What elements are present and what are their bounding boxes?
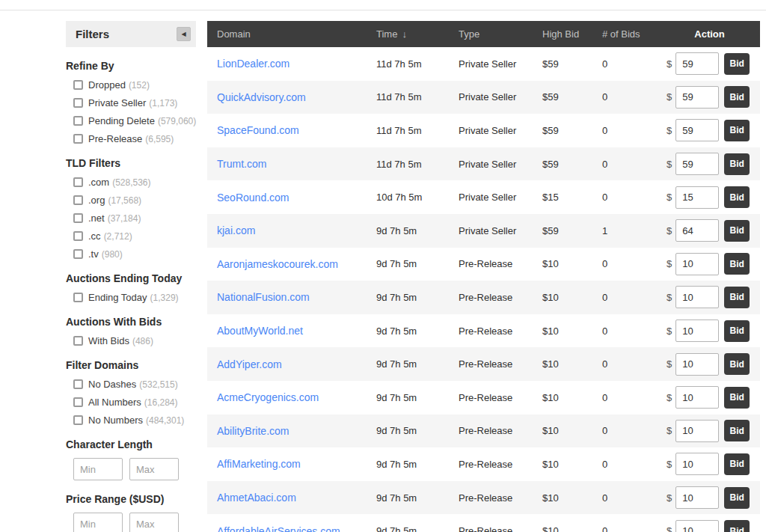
type-cell: Pre-Release: [459, 258, 542, 269]
bid-amount-input[interactable]: [675, 520, 719, 532]
filter-label: .net: [88, 213, 105, 224]
filter-checkbox-row[interactable]: With Bids(486): [73, 335, 196, 346]
filter-checkbox-row[interactable]: All Numbers(16,284): [73, 397, 196, 408]
bid-button[interactable]: Bid: [724, 420, 750, 441]
type-cell: Private Seller: [459, 91, 542, 103]
range-max-input[interactable]: [129, 458, 179, 480]
filter-checkbox-row[interactable]: .com(528,536): [73, 177, 196, 188]
domain-link[interactable]: LionDealer.com: [217, 58, 289, 70]
type-cell: Private Seller: [459, 192, 542, 203]
bid-button[interactable]: Bid: [724, 186, 750, 208]
high-bid-cell: $10: [542, 459, 602, 470]
filter-section-title: Filter Domains: [66, 359, 196, 371]
checkbox[interactable]: [73, 98, 83, 108]
filter-checkbox-row[interactable]: .tv(980): [73, 248, 196, 260]
bid-amount-input[interactable]: [675, 52, 719, 75]
sort-descending-icon: ↓: [402, 28, 407, 40]
bid-button[interactable]: Bid: [724, 287, 750, 308]
range-min-input[interactable]: [73, 513, 123, 532]
domain-link[interactable]: Aaronjameskocourek.com: [217, 258, 338, 270]
bid-button[interactable]: Bid: [724, 487, 750, 509]
column-header-high-bid[interactable]: High Bid: [542, 28, 602, 40]
domain-link[interactable]: Trumt.com: [217, 158, 266, 170]
filters-header: Filters ◀: [66, 21, 196, 47]
bid-button[interactable]: Bid: [724, 220, 750, 242]
domain-link[interactable]: QuickAdvisory.com: [217, 91, 306, 103]
range-max-input[interactable]: [129, 513, 179, 532]
filter-section: Price Range ($USD): [66, 493, 196, 532]
bid-button[interactable]: Bid: [724, 320, 750, 342]
filter-checkbox-row[interactable]: No Numbers(484,301): [73, 415, 196, 426]
high-bid-cell: $15: [542, 192, 602, 203]
checkbox[interactable]: [73, 379, 83, 389]
domain-link[interactable]: AboutMyWorld.net: [217, 325, 303, 337]
filter-checkbox-row[interactable]: .org(17,568): [73, 195, 196, 206]
checkbox[interactable]: [73, 177, 83, 187]
bid-amount-input[interactable]: [675, 186, 719, 209]
domain-link[interactable]: kjai.com: [217, 224, 255, 236]
domain-link[interactable]: NationalFusion.com: [217, 291, 310, 303]
bid-button[interactable]: Bid: [724, 53, 750, 75]
checkbox[interactable]: [73, 249, 83, 259]
filter-checkbox-row[interactable]: Pre-Release(6,595): [73, 133, 196, 144]
bid-button[interactable]: Bid: [724, 353, 750, 375]
column-header-domain[interactable]: Domain: [217, 28, 376, 40]
column-header-num-bids[interactable]: # of Bids: [602, 28, 667, 40]
bid-amount-input[interactable]: [675, 486, 719, 509]
column-header-time[interactable]: Time↓: [376, 28, 459, 40]
domain-link[interactable]: AcmeCryogenics.com: [217, 391, 319, 403]
domain-link[interactable]: AhmetAbaci.com: [217, 492, 296, 504]
bid-button[interactable]: Bid: [724, 253, 750, 275]
bid-amount-input[interactable]: [675, 386, 719, 409]
filter-checkbox-row[interactable]: .cc(2,712): [73, 230, 196, 242]
bid-amount-input[interactable]: [675, 453, 719, 475]
table-row: AhmetAbaci.com9d 7h 5mPre-Release$100$Bi…: [207, 481, 760, 515]
bid-amount-input[interactable]: [675, 319, 719, 342]
checkbox[interactable]: [73, 116, 83, 126]
bid-amount-input[interactable]: [675, 353, 719, 376]
bid-amount-input[interactable]: [675, 219, 719, 242]
bid-button[interactable]: Bid: [724, 153, 750, 175]
time-cell: 11d 7h 5m: [376, 91, 459, 103]
filter-checkbox-row[interactable]: Ending Today(1,329): [73, 292, 196, 303]
bid-amount-input[interactable]: [675, 420, 719, 442]
bid-amount-input[interactable]: [675, 286, 719, 308]
bid-amount-input[interactable]: [675, 153, 719, 175]
filter-checkbox-row[interactable]: No Dashes(532,515): [73, 379, 196, 390]
bid-amount-input[interactable]: [675, 253, 719, 275]
domain-cell: SeoRound.com: [217, 191, 376, 204]
checkbox[interactable]: [73, 415, 83, 425]
checkbox[interactable]: [73, 231, 83, 241]
checkbox[interactable]: [73, 213, 83, 223]
bid-button[interactable]: Bid: [724, 387, 750, 409]
domain-link[interactable]: AbilityBrite.com: [217, 425, 289, 437]
checkbox[interactable]: [73, 293, 83, 302]
checkbox[interactable]: [73, 195, 83, 205]
filter-checkbox-row[interactable]: Private Seller(1,173): [73, 97, 196, 108]
column-header-type[interactable]: Type: [459, 28, 542, 40]
bid-button[interactable]: Bid: [724, 86, 750, 108]
filter-checkbox-row[interactable]: .net(37,184): [73, 213, 196, 224]
filter-checkbox-row[interactable]: Pending Delete(579,060): [73, 115, 196, 126]
range-min-input[interactable]: [73, 458, 123, 480]
checkbox[interactable]: [73, 397, 83, 407]
domain-link[interactable]: SpaceFound.com: [217, 124, 299, 136]
bid-button[interactable]: Bid: [724, 120, 750, 141]
bid-amount-input[interactable]: [675, 119, 719, 141]
domain-link[interactable]: AffiMarketing.com: [217, 458, 301, 470]
filter-checkbox-row[interactable]: Dropped(152): [73, 79, 196, 91]
checkbox[interactable]: [73, 80, 83, 90]
domain-link[interactable]: SeoRound.com: [217, 192, 289, 204]
collapse-filters-button[interactable]: ◀: [177, 27, 191, 41]
domain-cell: AddYiper.com: [217, 358, 376, 371]
checkbox[interactable]: [73, 336, 83, 346]
domain-link[interactable]: AddYiper.com: [217, 358, 282, 370]
bid-button[interactable]: Bid: [724, 520, 750, 532]
domain-link[interactable]: AffordableAirServices.com: [217, 525, 340, 532]
checkbox[interactable]: [73, 134, 83, 144]
bid-button[interactable]: Bid: [724, 453, 750, 475]
table-row: AboutMyWorld.net9d 7h 5mPre-Release$100$…: [207, 314, 760, 348]
high-bid-cell: $59: [542, 91, 602, 103]
table-row: AddYiper.com9d 7h 5mPre-Release$100$Bid: [207, 347, 760, 381]
bid-amount-input[interactable]: [675, 86, 719, 108]
